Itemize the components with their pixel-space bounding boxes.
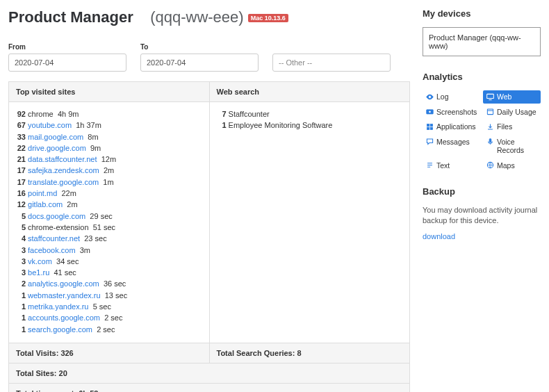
site-link[interactable]: vk.com (28, 257, 52, 266)
site-duration: 2m (104, 166, 114, 174)
globe-icon (486, 161, 494, 170)
site-row: 3 vk.com 34 sec (16, 256, 202, 266)
site-row: 1 webmaster.yandex.ru 13 sec (16, 291, 202, 300)
backup-header: Backup (423, 186, 541, 197)
site-duration: 2 sec (104, 313, 122, 322)
nav-messages[interactable]: Messages (423, 136, 480, 157)
site-row: 12 gitlab.com 2m (16, 199, 202, 209)
analytics-nav: LogWebScreenshotsDaily UsageApplications… (423, 90, 541, 172)
device-select[interactable]: Product Manager (qqq-ww-www) (423, 27, 541, 56)
site-duration: 41 sec (54, 268, 76, 277)
visit-count: 67 (16, 120, 26, 130)
total-sites: Total Sites: 20 (9, 363, 410, 383)
eye-icon (425, 92, 434, 101)
text-icon (425, 161, 434, 170)
top-sites-header: Top visited sites (9, 82, 210, 102)
site-duration: 1h 37m (76, 121, 101, 129)
title-main: Product Manager (8, 8, 133, 26)
visit-count: 5 (16, 211, 26, 221)
mic-icon (486, 138, 494, 146)
site-link[interactable]: facebook.com (28, 246, 75, 254)
my-devices-header: My devices (423, 8, 541, 19)
site-link[interactable]: metrika.yandex.ru (28, 302, 88, 311)
site-duration: 22m (61, 189, 76, 197)
visit-count: 2 (16, 279, 26, 288)
other-select[interactable] (272, 54, 391, 72)
site-link[interactable]: drive.google.com (28, 144, 86, 152)
search-count: 1 (217, 120, 227, 130)
visit-count: 3 (16, 245, 26, 255)
site-duration: 51 sec (93, 223, 115, 231)
visit-count: 22 (16, 143, 26, 153)
site-link[interactable]: analytics.google.com (28, 279, 99, 288)
site-link[interactable]: accounts.google.com (28, 313, 100, 322)
download-link[interactable]: download (423, 232, 455, 240)
search-row: 1 Employee Monitoring Software (217, 120, 403, 130)
visit-count: 3 (16, 268, 26, 277)
site-link[interactable]: be1.ru (28, 268, 49, 277)
nav-applications[interactable]: Applications (423, 120, 480, 133)
site-row: 5 chrome-extension 51 sec (16, 222, 202, 232)
nav-web[interactable]: Web (483, 90, 541, 104)
site-row: 16 point.md 22m (16, 188, 202, 198)
nav-files[interactable]: Files (483, 120, 541, 133)
site-link[interactable]: data.staffcounter.net (28, 155, 97, 163)
site-row: 67 youtube.com 1h 37m (16, 120, 202, 130)
app-icon (425, 122, 434, 131)
download-icon (486, 122, 494, 131)
site-duration: 23 sec (84, 234, 106, 243)
page-title: Product Manager (qqq-ww-eee) Mac 10.13.6 (8, 8, 410, 26)
nav-maps[interactable]: Maps (483, 159, 541, 172)
visit-count: 1 (16, 313, 26, 322)
from-date-input[interactable] (8, 54, 126, 72)
site-link[interactable]: webmaster.yandex.ru (28, 291, 101, 300)
nav-daily-usage[interactable]: Daily Usage (483, 106, 541, 119)
site-link[interactable]: safejka.zendesk.com (28, 166, 99, 174)
camera-icon (425, 108, 434, 116)
visit-count: 3 (16, 256, 26, 266)
site-link[interactable]: translate.google.com (28, 178, 99, 186)
site-row: 33 mail.google.com 8m (16, 132, 202, 142)
site-row: 92 chrome 4h 9m (16, 109, 202, 119)
svg-rect-8 (489, 139, 491, 143)
site-link[interactable]: youtube.com (28, 121, 72, 129)
nav-screenshots[interactable]: Screenshots (423, 106, 480, 119)
site-link[interactable]: gitlab.com (28, 200, 63, 209)
message-icon (425, 138, 434, 146)
site-row: 1 search.google.com 2 sec (16, 325, 202, 334)
site-row: 17 translate.google.com 1m (16, 177, 202, 187)
site-link[interactable]: mail.google.com (28, 133, 83, 141)
visit-count: 17 (16, 177, 26, 187)
nav-label: Files (497, 122, 512, 131)
site-duration: 13 sec (105, 291, 127, 300)
nav-log[interactable]: Log (423, 90, 480, 104)
calendar-icon (486, 108, 494, 116)
site-duration: 8m (88, 133, 98, 141)
site-duration: 29 sec (90, 212, 112, 220)
site-link[interactable]: point.md (28, 189, 57, 197)
nav-text[interactable]: Text (423, 159, 480, 172)
nav-label: Log (436, 92, 449, 101)
nav-label: Text (436, 161, 450, 170)
search-row: 7 Staffcounter (217, 109, 403, 119)
site-link[interactable]: docs.google.com (28, 212, 85, 220)
site-duration: 12m (101, 155, 116, 163)
site-duration: 2m (67, 200, 77, 209)
visit-count: 5 (16, 222, 26, 232)
svg-rect-0 (486, 94, 493, 98)
svg-point-2 (428, 111, 430, 113)
site-link[interactable]: search.google.com (28, 325, 92, 334)
nav-voice-records[interactable]: Voice Records (483, 136, 541, 157)
to-date-input[interactable] (140, 54, 259, 72)
backup-text: You may download activity journal backup… (423, 205, 541, 227)
visit-count: 33 (16, 132, 26, 142)
svg-rect-7 (430, 127, 432, 129)
site-row: 4 staffcounter.net 23 sec (16, 234, 202, 243)
site-row: 5 docs.google.com 29 sec (16, 211, 202, 221)
site-duration: 1m (103, 178, 113, 186)
site-link[interactable]: staffcounter.net (28, 234, 80, 243)
visit-count: 16 (16, 188, 26, 198)
site-row: 3 be1.ru 41 sec (16, 268, 202, 277)
visit-count: 1 (16, 302, 26, 311)
visit-count: 17 (16, 165, 26, 175)
